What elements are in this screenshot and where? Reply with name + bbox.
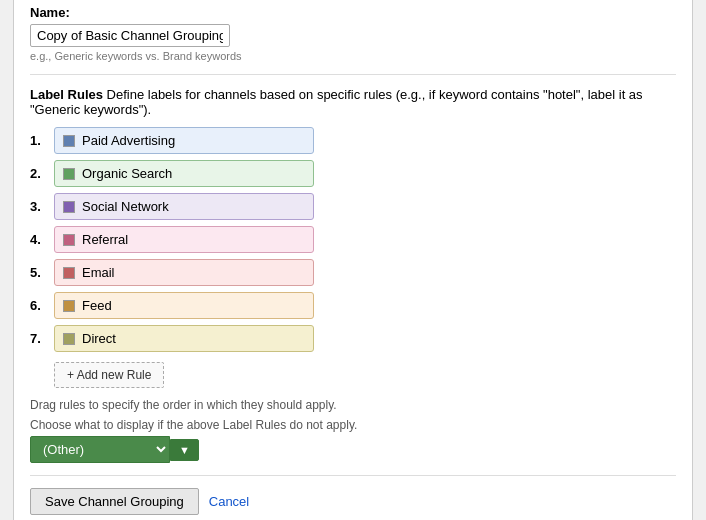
channel-grouping-dialog: Name: e.g., Generic keywords vs. Brand k…	[13, 0, 693, 520]
add-rule-button[interactable]: + Add new Rule	[54, 362, 164, 388]
rule-icon	[63, 135, 75, 147]
save-button[interactable]: Save Channel Grouping	[30, 488, 199, 515]
cancel-link[interactable]: Cancel	[209, 494, 249, 509]
rule-label: Organic Search	[82, 166, 172, 181]
name-label: Name:	[30, 5, 676, 20]
name-input[interactable]	[30, 24, 230, 47]
rule-box[interactable]: Organic Search	[54, 160, 314, 187]
rule-label: Direct	[82, 331, 116, 346]
rule-label: Social Network	[82, 199, 169, 214]
name-hint: e.g., Generic keywords vs. Brand keyword…	[30, 50, 676, 62]
rule-number: 5.	[30, 265, 54, 280]
other-dropdown[interactable]: (Other)	[30, 436, 170, 463]
rule-number: 4.	[30, 232, 54, 247]
list-item: 4. Referral	[30, 226, 676, 253]
rules-list: 1. Paid Advertising 2. Organic Search 3.…	[30, 127, 676, 352]
rule-label: Referral	[82, 232, 128, 247]
rule-icon	[63, 201, 75, 213]
list-item: 7. Direct	[30, 325, 676, 352]
other-dropdown-container: (Other) ▼	[30, 436, 676, 463]
footer-buttons: Save Channel Grouping Cancel	[30, 488, 676, 515]
rule-label: Paid Advertising	[82, 133, 175, 148]
rule-number: 2.	[30, 166, 54, 181]
drag-hint: Drag rules to specify the order in which…	[30, 398, 676, 412]
choose-label: Choose what to display if the above Labe…	[30, 418, 676, 432]
rule-number: 3.	[30, 199, 54, 214]
dropdown-arrow-icon[interactable]: ▼	[170, 439, 199, 461]
rule-number: 6.	[30, 298, 54, 313]
rule-number: 1.	[30, 133, 54, 148]
name-section: Name: e.g., Generic keywords vs. Brand k…	[30, 5, 676, 62]
divider-2	[30, 475, 676, 476]
label-rules-header: Label Rules Define labels for channels b…	[30, 87, 676, 117]
list-item: 2. Organic Search	[30, 160, 676, 187]
rule-icon	[63, 168, 75, 180]
list-item: 3. Social Network	[30, 193, 676, 220]
rule-label: Email	[82, 265, 115, 280]
list-item: 6. Feed	[30, 292, 676, 319]
rule-label: Feed	[82, 298, 112, 313]
list-item: 5. Email	[30, 259, 676, 286]
divider-1	[30, 74, 676, 75]
rule-box[interactable]: Social Network	[54, 193, 314, 220]
rule-box[interactable]: Paid Advertising	[54, 127, 314, 154]
rule-icon	[63, 333, 75, 345]
list-item: 1. Paid Advertising	[30, 127, 676, 154]
rule-icon	[63, 234, 75, 246]
rule-box[interactable]: Email	[54, 259, 314, 286]
rule-icon	[63, 267, 75, 279]
rule-icon	[63, 300, 75, 312]
rule-number: 7.	[30, 331, 54, 346]
rule-box[interactable]: Direct	[54, 325, 314, 352]
rule-box[interactable]: Referral	[54, 226, 314, 253]
rule-box[interactable]: Feed	[54, 292, 314, 319]
